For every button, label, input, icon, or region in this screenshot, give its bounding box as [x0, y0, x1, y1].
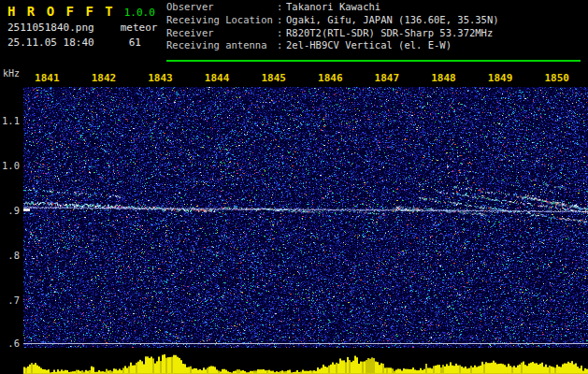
header-title-row: H R O F F T1.0.0 — [7, 2, 155, 20]
info-colon: : — [277, 39, 286, 52]
info-colon: : — [277, 1, 286, 14]
header-divider — [166, 60, 581, 62]
echo-count: 61 — [129, 36, 141, 49]
time-tick-label: 1844 — [189, 72, 246, 85]
capture-filename: 2511051840.png — [7, 22, 94, 34]
time-tick-label: 1842 — [76, 72, 133, 85]
info-label: Receiver — [166, 27, 277, 40]
signal-level-canvas — [23, 350, 588, 374]
info-row-observer: Observer:Takanori Kawachi — [166, 1, 499, 14]
time-tick-label: 1843 — [132, 72, 189, 85]
info-colon: : — [277, 27, 286, 40]
time-tick-label: 1848 — [415, 72, 472, 85]
header-time-row: 25.11.05 18:4061 — [7, 36, 141, 49]
info-label: Receiving antenna — [166, 39, 277, 52]
info-value: R820T2(RTL-SDR) SDR-Sharp 53.372MHz — [286, 27, 499, 40]
freq-tick-label: 1.0 — [0, 160, 20, 171]
info-row-receiver: Receiver:R820T2(RTL-SDR) SDR-Sharp 53.37… — [166, 27, 499, 40]
time-tick-label: 1849 — [472, 72, 529, 85]
time-tick-label: 1850 — [528, 72, 585, 85]
info-row-antenna: Receiving antenna:2el-HB9CV Vertical (el… — [166, 39, 499, 52]
info-row-location: Receiving Location:Ogaki, Gifu, JAPAN (1… — [166, 14, 499, 27]
time-tick-label: 1845 — [245, 72, 302, 85]
spectrogram-canvas — [23, 87, 588, 348]
target-frequency-marker — [23, 209, 30, 211]
app-version: 1.0.0 — [124, 7, 155, 19]
freq-unit-label: kHz — [3, 68, 20, 79]
header-file-row: 2511051840.pngmeteor — [7, 22, 157, 34]
info-value: Ogaki, Gifu, JAPAN (136.60E, 35.35N) — [286, 14, 499, 27]
station-info: Observer:Takanori Kawachi Receiving Loca… — [166, 1, 499, 52]
time-tick-label: 1846 — [302, 72, 359, 85]
time-tick-label: 1847 — [359, 72, 416, 85]
freq-tick-label: .8 — [0, 250, 20, 261]
freq-tick-label: .9 — [0, 205, 20, 216]
hrofft-window: H R O F F T1.0.0 2511051840.pngmeteor 25… — [0, 0, 588, 374]
info-label: Observer — [166, 1, 277, 14]
time-axis: 1841 1842 1843 1844 1845 1846 1847 1848 … — [19, 72, 585, 85]
time-tick-label: 1841 — [19, 72, 76, 85]
info-colon: : — [277, 14, 286, 27]
info-value: Takanori Kawachi — [286, 1, 499, 14]
capture-datetime: 25.11.05 18:40 — [7, 36, 94, 49]
freq-tick-label: .7 — [0, 295, 20, 306]
freq-tick-label: 1.1 — [0, 115, 20, 126]
info-value: 2el-HB9CV Vertical (el. E-W) — [286, 39, 499, 52]
mode-label: meteor — [121, 22, 158, 34]
info-label: Receiving Location — [166, 14, 277, 27]
app-title: H R O F F T — [7, 4, 115, 19]
freq-tick-label: .6 — [0, 338, 20, 349]
